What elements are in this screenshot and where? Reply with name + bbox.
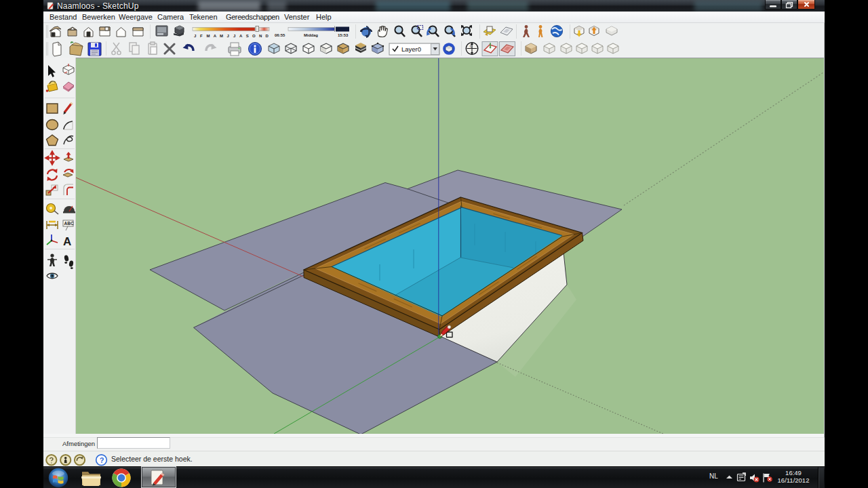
svg-text:15:53: 15:53	[338, 33, 349, 37]
svg-text:A: A	[239, 34, 243, 38]
svg-text:J: J	[233, 34, 235, 38]
svg-text:ABC: ABC	[64, 221, 74, 226]
svg-text:?: ?	[100, 456, 104, 464]
svg-text:06:55: 06:55	[275, 33, 285, 37]
svg-text:M: M	[207, 34, 210, 38]
svg-text:J: J	[227, 34, 229, 38]
svg-text:A: A	[214, 34, 217, 38]
svg-text:N: N	[259, 34, 262, 38]
svg-text:F: F	[200, 34, 203, 38]
svg-text:D: D	[266, 34, 269, 38]
svg-text:M: M	[220, 34, 223, 38]
svg-text:J: J	[194, 34, 196, 38]
svg-text:A: A	[63, 235, 71, 248]
svg-text:C: C	[470, 44, 473, 48]
svg-text:Layer0: Layer0	[401, 45, 421, 53]
svg-text:O: O	[252, 34, 256, 38]
svg-text:Middag: Middag	[304, 33, 318, 37]
svg-text:S: S	[246, 34, 249, 38]
